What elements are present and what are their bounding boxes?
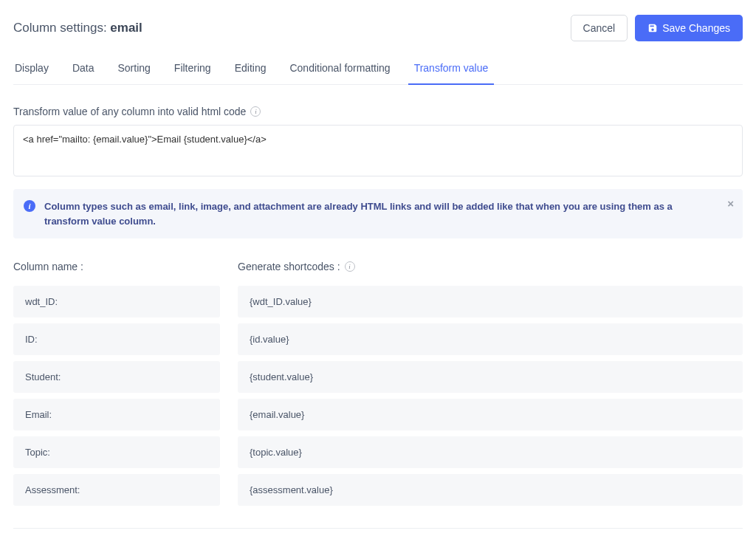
column-name-cell: Topic: [13,436,220,468]
column-name-header: Column name : [13,261,220,272]
column-name-cell: Student: [13,361,220,393]
info-alert: i Column types such as email, link, imag… [13,189,743,238]
transform-label: Transform value of any column into valid… [13,106,743,117]
title-subject: email [110,21,142,35]
save-icon [647,23,658,33]
transform-textarea[interactable] [13,125,743,176]
alert-close-icon[interactable]: × [727,198,734,209]
tab-data[interactable]: Data [71,55,96,84]
tab-filtering[interactable]: Filtering [173,55,213,84]
tab-editing[interactable]: Editing [233,55,268,84]
shortcode-list: Generate shortcodes : i {wdt_ID.value} {… [238,261,743,512]
shortcode-cell[interactable]: {id.value} [238,323,743,355]
info-icon[interactable]: i [250,106,261,117]
shortcode-header: Generate shortcodes : i [238,261,743,272]
footer: View Documentation Cancel Save Changes [13,529,743,539]
shortcode-cell[interactable]: {assessment.value} [238,474,743,506]
header-actions: Cancel Save Changes [571,15,743,41]
shortcode-cell[interactable]: {student.value} [238,361,743,393]
column-name-cell: Assessment: [13,474,220,506]
column-name-cell: wdt_ID: [13,286,220,317]
tab-sorting[interactable]: Sorting [116,55,151,84]
tab-transform-value[interactable]: Transform value [413,55,490,84]
column-name-list: Column name : wdt_ID: ID: Student: Email… [13,261,220,512]
tab-conditional-formatting[interactable]: Conditional formatting [288,55,391,84]
alert-text: Column types such as email, link, image,… [44,199,713,228]
shortcode-table: Column name : wdt_ID: ID: Student: Email… [13,261,743,512]
cancel-button[interactable]: Cancel [571,15,628,41]
alert-info-icon: i [24,200,35,212]
shortcode-cell[interactable]: {wdt_ID.value} [238,286,743,317]
page-header: Column settings: email Cancel Save Chang… [13,7,743,55]
tab-bar: Display Data Sorting Filtering Editing C… [13,55,743,85]
save-button[interactable]: Save Changes [635,15,743,41]
column-name-cell: ID: [13,323,220,355]
info-icon[interactable]: i [345,261,355,272]
column-name-cell: Email: [13,399,220,430]
shortcode-cell[interactable]: {email.value} [238,399,743,430]
shortcode-cell[interactable]: {topic.value} [238,436,743,468]
tab-display[interactable]: Display [13,55,50,84]
title-prefix: Column settings: [13,21,110,35]
page-title: Column settings: email [13,21,142,35]
